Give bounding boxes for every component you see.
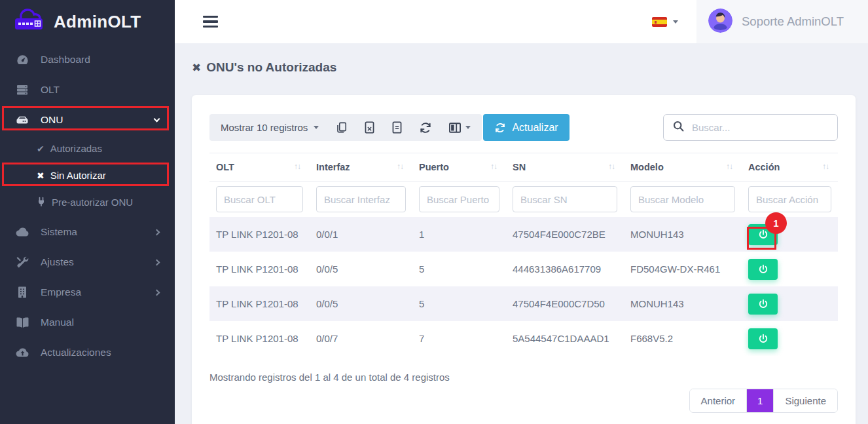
filter-interfaz-input[interactable] (316, 186, 406, 212)
header-row: ↑↓OLT ↑↓Interfaz ↑↓Puerto ↑↓SN ↑↓Modelo … (209, 153, 838, 182)
sort-icon: ↑↓ (397, 162, 403, 171)
book-icon (14, 317, 30, 328)
avatar (708, 9, 732, 35)
power-icon (757, 298, 769, 310)
page-1-button[interactable]: 1 (746, 389, 773, 412)
sidebar: AdminOLT Dashboard OLT ONU (0, 0, 175, 424)
sidebar-label: Ajustes (41, 256, 74, 268)
table-card: Mostrar 10 registros (192, 95, 856, 424)
caret-down-icon (465, 126, 471, 129)
server-icon (14, 83, 30, 96)
sidebar-label: ONU (41, 114, 63, 126)
search-input[interactable] (692, 122, 829, 133)
sidebar-item-ajustes[interactable]: Ajustes (0, 247, 175, 277)
chevron-down-icon (154, 115, 160, 122)
onu-table: ↑↓OLT ↑↓Interfaz ↑↓Puerto ↑↓SN ↑↓Modelo … (209, 153, 838, 356)
sidebar-item-actualizaciones[interactable]: Actualizaciones (0, 337, 175, 368)
previous-page-button[interactable]: Anterior (690, 389, 747, 412)
column-visibility-button[interactable] (448, 122, 471, 134)
sort-icon: ↑↓ (490, 162, 497, 171)
brand[interactable]: AdminOLT (0, 0, 175, 43)
authorize-onu-button[interactable] (748, 259, 778, 280)
filter-puerto-input[interactable] (419, 186, 499, 212)
user-menu[interactable]: Soporte AdminOLT (696, 0, 868, 43)
col-header-sn[interactable]: ↑↓SN (506, 153, 624, 182)
chevron-right-icon (154, 289, 160, 296)
authorize-onu-button[interactable] (748, 224, 778, 245)
sidebar-item-pre-autorizar[interactable]: Pre-autorizar ONU (0, 189, 175, 216)
filter-olt-input[interactable] (216, 186, 303, 212)
authorize-onu-button[interactable] (748, 294, 778, 315)
sidebar-item-onu[interactable]: ONU (0, 105, 175, 135)
page-title: ✖ ONU's no Autorizadas (192, 60, 856, 75)
excel-export-button[interactable] (364, 121, 375, 134)
spain-flag-icon (652, 17, 667, 27)
authorize-onu-button[interactable] (748, 328, 778, 349)
sort-icon: ↑↓ (726, 162, 732, 171)
col-header-olt[interactable]: ↑↓OLT (209, 153, 310, 182)
tools-icon (14, 256, 30, 269)
cell-puerto: 1 (412, 217, 506, 252)
col-header-modelo[interactable]: ↑↓Modelo (624, 153, 742, 182)
reload-button[interactable] (419, 121, 432, 134)
global-search (663, 114, 838, 141)
cell-modelo: MONUH143 (624, 286, 742, 321)
filter-modelo-input[interactable] (630, 186, 735, 212)
speedometer-icon (14, 53, 30, 67)
sidebar-label: Manual (41, 317, 74, 328)
datatable-toolbar: Mostrar 10 registros (209, 114, 482, 141)
actualizar-button[interactable]: Actualizar (483, 114, 569, 141)
col-header-interfaz[interactable]: ↑↓Interfaz (310, 153, 412, 182)
cell-modelo: FD504GW-DX-R461 (624, 252, 742, 286)
check-icon: ✔ (37, 144, 45, 154)
sidebar-label: Autorizadas (50, 143, 102, 154)
sidebar-label: Sin Autorizar (50, 170, 106, 181)
sidebar-item-autorizadas[interactable]: ✔ Autorizadas (0, 135, 175, 162)
col-header-puerto[interactable]: ↑↓Puerto (412, 153, 506, 182)
cell-sn: 5A544547C1DAAAD1 (506, 321, 624, 356)
brand-logo-icon (10, 6, 48, 37)
sidebar-item-sistema[interactable]: Sistema (0, 217, 175, 247)
filter-sn-input[interactable] (513, 186, 617, 212)
filter-accion-input[interactable] (748, 186, 831, 212)
page-length-dropdown[interactable]: Mostrar 10 registros (221, 122, 319, 133)
records-summary: Mostrando registros del 1 al 4 de un tot… (209, 372, 838, 383)
cell-olt: TP LINK P1201-08 (209, 321, 310, 356)
sidebar-item-dashboard[interactable]: Dashboard (0, 45, 175, 75)
sidebar-item-empresa[interactable]: Empresa (0, 277, 175, 307)
building-icon (14, 286, 30, 299)
sidebar-nav: Dashboard OLT ONU ✔ Autorizadas ✖ (0, 43, 175, 368)
sidebar-item-olt[interactable]: OLT (0, 75, 175, 105)
menu-toggle-button[interactable] (203, 16, 218, 28)
sort-icon: ↑↓ (294, 162, 300, 171)
x-icon: ✖ (37, 170, 45, 181)
cell-sn: 47504F4E000C7D50 (506, 286, 624, 321)
cloud-icon (14, 227, 30, 237)
copy-button[interactable] (335, 121, 348, 134)
language-dropdown[interactable] (634, 17, 696, 27)
document-export-button[interactable] (391, 121, 403, 134)
sidebar-item-manual[interactable]: Manual (0, 307, 175, 337)
cell-interfaz: 0/0/1 (310, 217, 412, 252)
next-page-button[interactable]: Siguiente (773, 389, 837, 412)
col-header-accion[interactable]: ↑↓Acción (742, 153, 838, 182)
cell-interfaz: 0/0/7 (310, 321, 412, 356)
sidebar-item-sin-autorizar[interactable]: ✖ Sin Autorizar (0, 162, 175, 189)
cell-olt: TP LINK P1201-08 (209, 252, 310, 286)
router-icon (14, 113, 30, 126)
cell-puerto: 5 (412, 252, 506, 286)
pagination-row: Anterior 1 Siguiente (209, 389, 838, 413)
sidebar-label: Sistema (41, 226, 77, 238)
chevron-right-icon (154, 229, 160, 235)
cell-olt: TP LINK P1201-08 (209, 286, 310, 321)
search-icon (672, 120, 685, 135)
user-name: Soporte AdminOLT (742, 14, 844, 29)
cloud-upload-icon (14, 347, 30, 358)
sort-icon: ↑↓ (608, 162, 615, 171)
table-row: TP LINK P1201-08 0/0/5 5 444631386A61770… (209, 252, 838, 286)
pagination: Anterior 1 Siguiente (689, 389, 838, 413)
cell-sn: 47504F4E000C72BE (506, 217, 624, 252)
table-row: TP LINK P1201-08 0/0/7 7 5A544547C1DAAAD… (209, 321, 838, 356)
refresh-icon (494, 122, 506, 134)
caret-down-icon (314, 126, 319, 129)
